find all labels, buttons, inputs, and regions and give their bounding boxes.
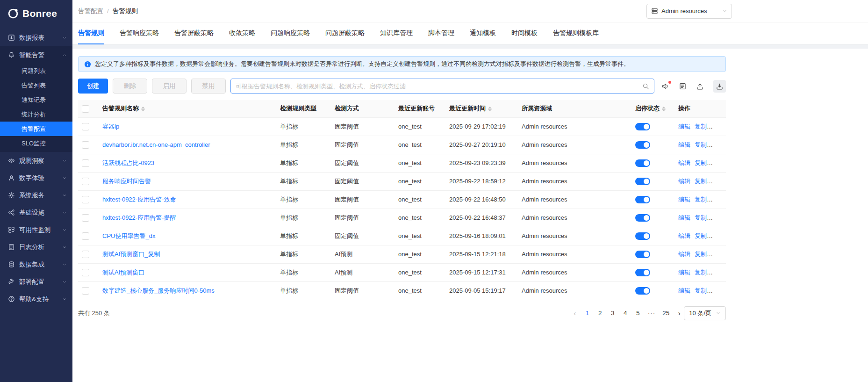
page-button-1[interactable]: 1 [585,310,590,317]
status-toggle[interactable] [635,178,650,185]
sidebar-item-observation-insight[interactable]: 观测洞察 [0,152,72,169]
page-button-3[interactable]: 3 [610,310,616,317]
tab-alert-mask-policy[interactable]: 告警屏蔽策略 [174,22,214,44]
sidebar-subitem-alert-list[interactable]: 告警列表 [0,78,72,93]
tab-problem-mask-policy[interactable]: 问题屏蔽策略 [325,22,365,44]
row-checkbox[interactable] [82,178,89,185]
operation-log-icon[interactable] [679,82,687,90]
tab-knowledge-base[interactable]: 知识库管理 [380,22,413,44]
sidebar-item-infrastructure[interactable]: 基础设施 [0,204,72,221]
sidebar-item-data-reports[interactable]: 数据报表 [0,29,72,46]
op-copy-link[interactable]: 复制 [695,287,707,294]
tab-alert-response-policy[interactable]: 告警响应策略 [120,22,159,44]
op-edit-link[interactable]: 编辑 [678,141,690,148]
op-edit-link[interactable]: 编辑 [678,123,690,130]
rule-name-link[interactable]: hxltest-0922-应用告警-提醒 [102,214,176,221]
tab-script-management[interactable]: 脚本管理 [428,22,454,44]
op-edit-link[interactable]: 编辑 [678,178,690,185]
sidebar-item-log-analysis[interactable]: 日志分析 [0,238,72,256]
tab-time-template[interactable]: 时间模板 [511,22,538,44]
page-ellipsis[interactable]: ··· [648,310,656,317]
status-toggle[interactable] [635,287,650,295]
sidebar-item-smart-alerts[interactable]: 智能告警 [0,46,72,64]
op-copy-link[interactable]: 复制 [695,232,707,239]
op-copy-link[interactable]: 复制 [695,178,707,185]
row-checkbox[interactable] [82,214,89,222]
rule-name-link[interactable]: CPU使用率告警_dx [102,232,155,239]
rule-name-link[interactable]: 服务响应时间告警 [102,178,151,185]
status-toggle[interactable] [635,269,650,276]
row-checkbox[interactable] [82,159,89,167]
rule-name-link[interactable]: 容器ip [102,123,119,130]
op-edit-link[interactable]: 编辑 [678,269,690,276]
status-toggle[interactable] [635,141,650,149]
row-checkbox[interactable] [82,287,89,295]
sidebar-subitem-statistical-analysis[interactable]: 统计分析 [0,107,72,122]
row-checkbox[interactable] [82,141,89,149]
rule-name-link[interactable]: devharbor.ibr.net.cn-one-apm_controller [102,141,210,148]
sidebar-item-digital-experience[interactable]: 数字体验 [0,169,72,187]
status-toggle[interactable] [635,196,650,203]
page-button-2[interactable]: 2 [597,310,603,317]
sidebar-subitem-problem-list[interactable]: 问题列表 [0,64,72,78]
tab-notification-template[interactable]: 通知模板 [470,22,496,44]
op-edit-link[interactable]: 编辑 [678,159,690,166]
status-toggle[interactable] [635,251,650,258]
rule-name-link[interactable]: 活跃线程占比-0923 [102,159,154,166]
op-copy-link[interactable]: 复制 [695,141,707,148]
sidebar-item-availability-monitoring[interactable]: 可用性监测 [0,221,72,238]
sidebar-subitem-slo-monitoring[interactable]: SLO监控 [0,136,72,151]
announcement-icon[interactable] [661,82,669,90]
op-copy-link[interactable]: 复制 [695,214,707,221]
search-input[interactable] [236,83,642,90]
brand-logo[interactable]: Bonree [0,0,72,27]
page-button-25[interactable]: 25 [662,310,669,317]
op-copy-link[interactable]: 复制 [695,251,707,258]
rule-name-link[interactable]: 测试AI预测窗口 [102,269,144,276]
row-checkbox[interactable] [82,251,89,258]
page-button-5[interactable]: 5 [635,310,641,317]
row-checkbox[interactable] [82,123,89,130]
delete-button[interactable]: 删除 [113,79,147,94]
create-button[interactable]: 创建 [78,79,108,94]
op-copy-link[interactable]: 复制 [695,269,707,276]
tab-alert-rule-template-library[interactable]: 告警规则模板库 [553,22,599,44]
row-checkbox[interactable] [82,269,89,276]
op-copy-link[interactable]: 复制 [695,123,707,130]
op-edit-link[interactable]: 编辑 [678,251,690,258]
tab-alert-rules[interactable]: 告警规则 [78,22,104,44]
sidebar-item-deployment-config[interactable]: 部署配置 [0,273,72,290]
rule-name-link[interactable]: 测试AI预测窗口_复制 [102,251,160,258]
sidebar-subitem-notification-records[interactable]: 通知记录 [0,93,72,107]
row-checkbox[interactable] [82,232,89,240]
page-size-selector[interactable]: 10 条/页 [684,306,726,320]
page-button-4[interactable]: 4 [623,310,628,317]
sort-icon[interactable] [488,107,492,111]
status-toggle[interactable] [635,232,650,240]
op-edit-link[interactable]: 编辑 [678,287,690,294]
export-icon[interactable] [713,80,726,93]
disable-button[interactable]: 禁用 [191,79,226,94]
import-icon[interactable] [696,82,704,90]
enable-button[interactable]: 启用 [152,79,187,94]
op-edit-link[interactable]: 编辑 [678,214,690,221]
sidebar-item-data-integration[interactable]: 数据集成 [0,256,72,273]
rule-name-link[interactable]: 数字建造_核心服务_服务响应时间0-50ms [102,287,215,294]
status-toggle[interactable] [635,123,650,130]
sidebar-subitem-alert-config[interactable]: 告警配置 [0,122,72,136]
op-copy-link[interactable]: 复制 [695,196,707,203]
breadcrumb-item-parent[interactable]: 告警配置 [78,7,103,15]
sort-icon[interactable] [141,107,145,111]
op-edit-link[interactable]: 编辑 [678,196,690,203]
tab-convergence-policy[interactable]: 收敛策略 [229,22,255,44]
status-toggle[interactable] [635,214,650,222]
resource-selector[interactable]: Admin resources [646,4,732,19]
sidebar-item-help-support[interactable]: 帮助&支持 [0,290,72,308]
rule-name-link[interactable]: hxltest-0922-应用告警-致命 [102,196,176,203]
sidebar-item-system-services[interactable]: 系统服务 [0,187,72,204]
sort-icon[interactable] [662,107,666,111]
next-page-button[interactable]: › [676,309,682,317]
row-checkbox[interactable] [82,196,89,203]
select-all-checkbox[interactable] [82,105,89,113]
status-toggle[interactable] [635,159,650,167]
